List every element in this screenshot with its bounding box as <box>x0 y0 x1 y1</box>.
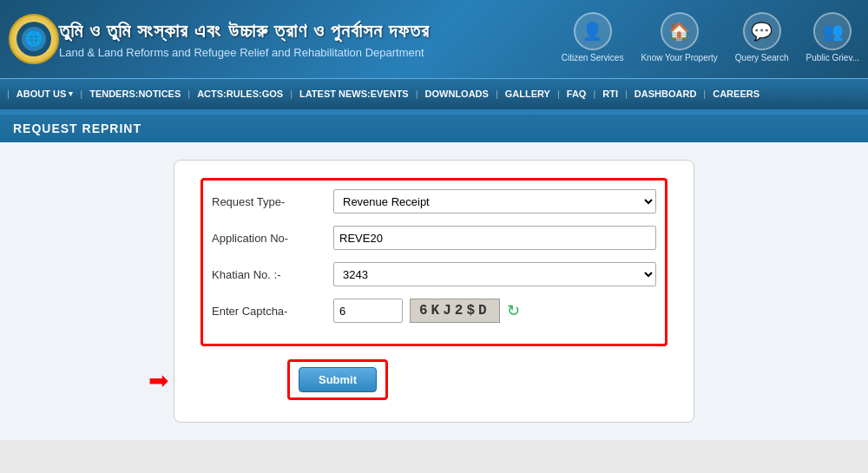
about-us-dropdown-icon: ▾ <box>69 89 73 98</box>
section-header: REQUEST REPRINT <box>0 115 868 142</box>
query-search-icon: 💬 <box>743 12 781 50</box>
sidebar-item-gallery[interactable]: GALLERY <box>498 89 557 99</box>
khatian-no-label: Khatian No. :- <box>212 268 333 281</box>
arrow-icon: ➡ <box>148 365 168 394</box>
sidebar-item-careers[interactable]: CAREERS <box>706 89 766 99</box>
khatian-no-select[interactable]: 3243 1001 2002 <box>333 262 656 286</box>
citizen-services-icon: 👤 <box>574 12 612 50</box>
citizen-services-label: Citizen Services <box>562 53 624 62</box>
header: 🌐 তুমি ও তুমি সংস্কার এবং উচ্চারু ত্রাণ … <box>0 0 868 78</box>
sidebar-item-rti[interactable]: RTI <box>595 89 625 99</box>
captcha-image: 6KJ2$D <box>410 299 500 323</box>
know-your-property-icon: 🏠 <box>661 12 699 50</box>
sidebar-item-dashboard[interactable]: DASHBOARD <box>628 89 704 99</box>
red-highlight-box: Request Type- Revenue Receipt Mutation C… <box>201 178 667 346</box>
request-type-label: Request Type- <box>212 195 333 208</box>
application-no-label: Application No- <box>212 232 333 245</box>
sidebar-item-news[interactable]: LATEST NEWS:EVENTS <box>293 89 416 99</box>
main-content: Request Type- Revenue Receipt Mutation C… <box>0 142 868 440</box>
captcha-row: Enter Captcha- 6KJ2$D ↻ <box>212 299 656 323</box>
header-title-bengali: তুমি ও তুমি সংস্কার এবং উচ্চারু ত্রাণ ও … <box>59 20 562 43</box>
submit-highlight-box: Submit <box>287 359 388 400</box>
application-no-row: Application No- <box>212 226 656 250</box>
sidebar-item-downloads[interactable]: DOWNLOADS <box>418 89 496 99</box>
header-logo: 🌐 <box>9 14 59 64</box>
query-search-icon-item[interactable]: 💬 Query Search <box>735 12 789 62</box>
captcha-input[interactable] <box>333 299 403 323</box>
captcha-label: Enter Captcha- <box>212 305 333 318</box>
sidebar-item-tenders[interactable]: TENDERS:NOTICES <box>82 89 187 99</box>
request-type-select[interactable]: Revenue Receipt Mutation Certificate Lan… <box>333 189 656 214</box>
header-title-english: Land & Land Reforms and Refugee Relief a… <box>59 46 562 59</box>
know-your-property-label: Know Your Property <box>641 53 717 62</box>
captcha-refresh-icon[interactable]: ↻ <box>507 301 520 320</box>
submit-area: ➡ Submit <box>201 359 667 400</box>
sidebar-item-acts[interactable]: ACTS:RULES:GOS <box>190 89 290 99</box>
header-icons: 👤 Citizen Services 🏠 Know Your Property … <box>562 12 859 66</box>
know-your-property-icon-item[interactable]: 🏠 Know Your Property <box>641 12 717 62</box>
public-grievance-icon-item[interactable]: 👥 Public Griev... <box>806 12 860 62</box>
request-type-row: Request Type- Revenue Receipt Mutation C… <box>212 189 656 214</box>
submit-button[interactable]: Submit <box>299 367 377 392</box>
citizen-services-icon-item[interactable]: 👤 Citizen Services <box>562 12 624 62</box>
application-no-input[interactable] <box>333 226 656 250</box>
public-grievance-icon: 👥 <box>813 12 852 50</box>
navbar: | ABOUT US ▾ | TENDERS:NOTICES | ACTS:RU… <box>0 78 868 109</box>
form-card: Request Type- Revenue Receipt Mutation C… <box>174 160 694 423</box>
about-us-label: ABOUT US <box>16 89 66 99</box>
sidebar-item-about-us[interactable]: ABOUT US ▾ <box>10 89 80 99</box>
header-text-block: তুমি ও তুমি সংস্কার এবং উচ্চারু ত্রাণ ও … <box>59 20 562 59</box>
svg-text:🌐: 🌐 <box>25 30 43 47</box>
sidebar-item-faq[interactable]: FAQ <box>560 89 594 99</box>
captcha-input-area: 6KJ2$D ↻ <box>333 299 520 323</box>
public-grievance-label: Public Griev... <box>806 53 860 62</box>
query-search-label: Query Search <box>735 53 789 62</box>
section-title: REQUEST REPRINT <box>13 122 141 135</box>
khatian-no-row: Khatian No. :- 3243 1001 2002 <box>212 262 656 286</box>
